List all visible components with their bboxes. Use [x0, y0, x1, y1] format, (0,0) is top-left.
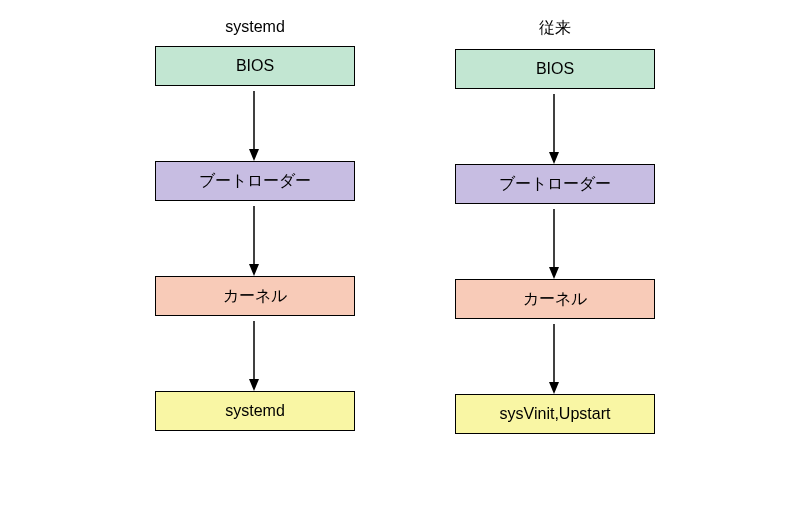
- box-bios-left: BIOS: [155, 46, 355, 86]
- svg-marker-7: [549, 152, 559, 164]
- svg-marker-5: [249, 379, 259, 391]
- arrow-icon: [254, 206, 256, 261]
- box-init-left: systemd: [155, 391, 355, 431]
- arrow-icon: [554, 209, 556, 264]
- column-title-left: systemd: [225, 18, 285, 36]
- svg-marker-3: [249, 264, 259, 276]
- box-init-right: sysVinit,Upstart: [455, 394, 655, 434]
- svg-marker-11: [549, 382, 559, 394]
- arrow-icon: [254, 91, 256, 146]
- column-systemd: systemd BIOS ブートローダー カーネル systemd: [155, 18, 355, 431]
- column-legacy: 従来 BIOS ブートローダー カーネル sysVinit,Upstart: [455, 18, 655, 434]
- box-bootloader-left: ブートローダー: [155, 161, 355, 201]
- box-kernel-right: カーネル: [455, 279, 655, 319]
- column-title-right: 従来: [539, 18, 571, 39]
- arrow-icon: [254, 321, 256, 376]
- arrow-icon: [554, 324, 556, 379]
- box-bootloader-right: ブートローダー: [455, 164, 655, 204]
- svg-marker-1: [249, 149, 259, 161]
- box-kernel-left: カーネル: [155, 276, 355, 316]
- box-bios-right: BIOS: [455, 49, 655, 89]
- arrow-icon: [554, 94, 556, 149]
- svg-marker-9: [549, 267, 559, 279]
